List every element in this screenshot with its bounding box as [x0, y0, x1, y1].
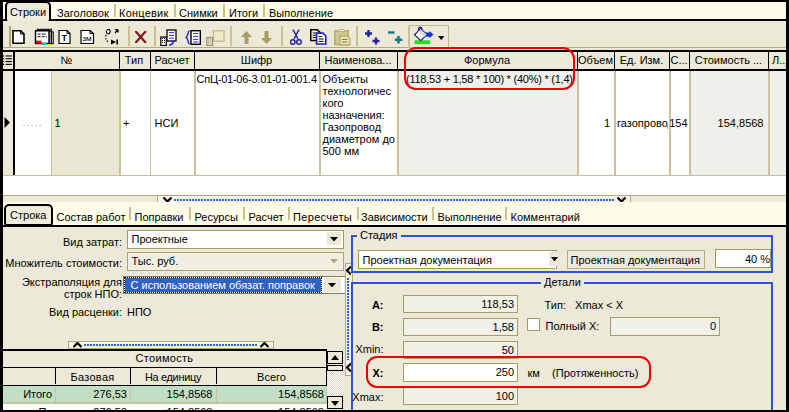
svg-text:зм: зм — [82, 34, 91, 43]
svg-text:T: T — [61, 33, 67, 43]
